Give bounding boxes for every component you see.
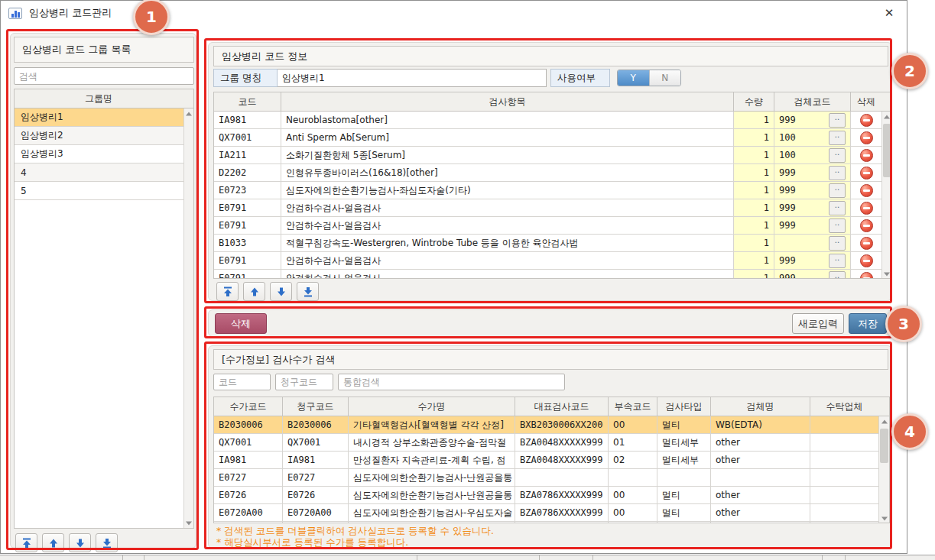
group-list-item[interactable]: 임상병리1: [15, 108, 183, 127]
lookup-button[interactable]: ..: [829, 131, 846, 145]
new-entry-button[interactable]: 새로입력: [792, 313, 844, 334]
qty-cell[interactable]: 1: [734, 147, 774, 163]
suga-table-scrollbar[interactable]: [878, 416, 889, 523]
suga-cell: BZA0786XXXXX999: [515, 487, 609, 503]
group-list-item[interactable]: 4: [15, 163, 183, 182]
group-search-input[interactable]: [14, 67, 194, 85]
code-cell: E0723: [214, 182, 281, 199]
suga-table-row[interactable]: B2030006B2030006기타혈액형검사[혈액형별 각각 산정]BXB20…: [214, 416, 878, 434]
scroll-up-icon[interactable]: [184, 108, 193, 119]
specimen-cell[interactable]: 100..: [774, 129, 851, 146]
qty-cell[interactable]: 1: [734, 199, 774, 216]
lookup-button[interactable]: ..: [829, 166, 846, 180]
move-top-button[interactable]: [15, 533, 37, 552]
specimen-cell[interactable]: 999..: [774, 182, 851, 199]
code-table-row[interactable]: E0791안검하수검사-얼음검사1999..: [214, 217, 881, 235]
move-down-button[interactable]: [270, 282, 292, 301]
qty-cell[interactable]: 1: [734, 252, 774, 269]
row-delete-icon[interactable]: [860, 114, 873, 127]
code-column-header: 검체코드: [774, 92, 851, 111]
suga-table-row[interactable]: E0727E0727심도자에의한순환기능검사-난원공을통: [214, 469, 878, 487]
delete-button[interactable]: 삭제: [215, 313, 267, 334]
scroll-up-icon[interactable]: [882, 112, 891, 122]
suga-table-row[interactable]: E0720B00E0720B00심도자에의한순환기능검사-우심도자술BZA078…: [214, 522, 878, 523]
suga-table-row[interactable]: IA981IA981만성질환자 지속관리료-계획 수립, 점BZA0048XXX…: [214, 452, 878, 469]
suga-cell: QX7001: [283, 434, 349, 451]
suga-cell: [810, 416, 878, 433]
row-delete-icon[interactable]: [860, 202, 873, 215]
lookup-button[interactable]: ..: [829, 254, 846, 268]
qty-cell[interactable]: 1: [734, 112, 774, 128]
qty-cell[interactable]: 1: [734, 270, 774, 279]
row-delete-icon[interactable]: [860, 167, 873, 180]
specimen-cell[interactable]: 999..: [774, 270, 851, 279]
lookup-button[interactable]: ..: [829, 271, 846, 280]
scrollbar-thumb[interactable]: [880, 429, 888, 463]
move-top-button[interactable]: [216, 282, 239, 301]
specimen-cell[interactable]: 999..: [774, 252, 851, 269]
scroll-down-icon[interactable]: [879, 513, 889, 523]
move-bottom-button[interactable]: [297, 282, 319, 301]
row-delete-icon[interactable]: [860, 237, 873, 250]
code-table-row[interactable]: B1033적혈구침강속도-Westergren, Wintrobe Tube 등…: [214, 235, 881, 252]
specimen-cell[interactable]: 999..: [774, 199, 851, 216]
lookup-button[interactable]: ..: [829, 148, 846, 163]
suga-cell: BZA0048XXXXX999: [515, 452, 609, 468]
move-bottom-button[interactable]: [96, 533, 118, 552]
title-chart-icon: [8, 8, 22, 19]
close-icon[interactable]: ✕: [879, 4, 899, 22]
code-table-row[interactable]: E0791안검하수검사-얼음검사1999..: [214, 252, 881, 270]
scrollbar-thumb[interactable]: [883, 124, 891, 177]
code-table-row[interactable]: IA211소화기질환항체 5종[Serum]1100..: [214, 147, 881, 164]
code-table-row[interactable]: IA981Neuroblastoma[other]1999..: [214, 112, 881, 129]
row-delete-icon[interactable]: [860, 254, 873, 267]
group-list-scrollbar[interactable]: [183, 108, 193, 529]
suga-code-input[interactable]: [213, 374, 271, 390]
qty-cell[interactable]: 1: [734, 129, 774, 146]
lookup-button[interactable]: ..: [829, 236, 846, 251]
save-button[interactable]: 저장: [849, 313, 887, 334]
code-cell: QX7001: [214, 129, 281, 146]
group-list-item[interactable]: 5: [15, 182, 183, 200]
move-up-button[interactable]: [42, 533, 64, 552]
specimen-cell[interactable]: 999..: [774, 164, 851, 181]
code-table-row[interactable]: QX7001Anti Sperm Ab[Serum]1100..: [214, 129, 881, 147]
suga-table-row[interactable]: E0720A00E0720A00심도자에의한순환기능검사-우심도자술BZA078…: [214, 504, 878, 522]
scroll-up-icon[interactable]: [879, 416, 889, 427]
row-delete-icon[interactable]: [860, 184, 873, 197]
row-delete-icon[interactable]: [860, 131, 873, 144]
group-list-item[interactable]: 임상병리3: [15, 145, 183, 163]
row-delete-icon[interactable]: [860, 219, 873, 232]
specimen-cell[interactable]: 999..: [774, 112, 851, 128]
code-table-row[interactable]: D2202인형유두종바이러스(16&18)[other]1999..: [214, 164, 881, 182]
suga-table-row[interactable]: E0726E0726심도자에의한순환기능검사-난원공을통BZA0786XXXXX…: [214, 487, 878, 504]
use-flag-option-y[interactable]: Y: [618, 70, 649, 86]
qty-cell[interactable]: 1: [734, 164, 774, 181]
lookup-button[interactable]: ..: [829, 218, 846, 233]
code-table-row[interactable]: E0791안검하수검사-얼음검사1999..: [214, 199, 881, 217]
specimen-cell[interactable]: 999..: [774, 217, 851, 234]
row-delete-icon[interactable]: [860, 272, 873, 280]
move-down-button[interactable]: [69, 533, 91, 552]
qty-cell[interactable]: 1: [734, 235, 774, 251]
group-list-item[interactable]: 임상병리2: [15, 127, 183, 145]
scroll-down-icon[interactable]: [882, 269, 891, 279]
row-delete-icon[interactable]: [860, 149, 873, 162]
code-table-row[interactable]: E0723심도자에의한순환기능검사-좌심도자술(기타)1999..: [214, 182, 881, 199]
qty-cell[interactable]: 1: [734, 217, 774, 234]
move-up-button[interactable]: [243, 282, 265, 301]
group-name-input[interactable]: [278, 69, 547, 87]
use-flag-option-n[interactable]: N: [649, 70, 681, 86]
lookup-button[interactable]: ..: [829, 183, 846, 198]
code-table-row[interactable]: E0791안검하수검사-얼음검사1999..: [214, 270, 881, 279]
lookup-button[interactable]: ..: [829, 201, 846, 215]
unified-search-input[interactable]: [338, 374, 565, 390]
specimen-cell[interactable]: 100..: [774, 147, 851, 163]
qty-cell[interactable]: 1: [734, 182, 774, 199]
suga-table-row[interactable]: QX7001QX7001내시경적 상부소화관종양수술-점막절BZA0048XXX…: [214, 434, 878, 452]
claim-code-input[interactable]: [275, 374, 333, 390]
specimen-cell[interactable]: ..: [774, 235, 851, 251]
lookup-button[interactable]: ..: [829, 113, 846, 128]
scroll-down-icon[interactable]: [184, 518, 193, 529]
code-table-scrollbar[interactable]: [881, 112, 891, 279]
